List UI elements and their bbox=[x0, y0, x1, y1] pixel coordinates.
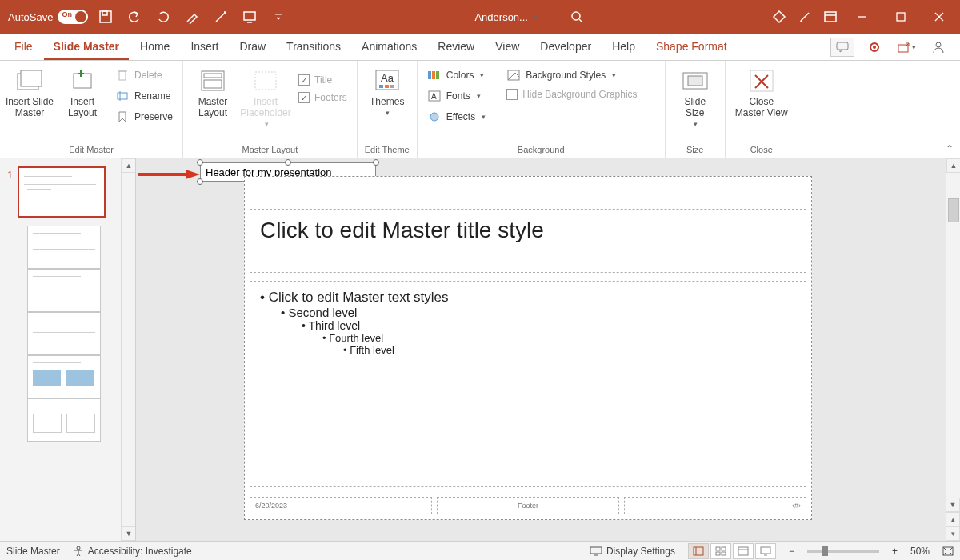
tab-shape-format[interactable]: Shape Format bbox=[646, 35, 737, 60]
svg-rect-13 bbox=[118, 93, 127, 99]
qat-customize-icon[interactable] bbox=[267, 6, 290, 28]
slide-canvas-area[interactable]: Header for my presentation Click to edit… bbox=[136, 158, 946, 541]
effects-button[interactable]: Effects▾ bbox=[422, 107, 490, 126]
save-icon[interactable] bbox=[94, 6, 117, 28]
maximize-button[interactable] bbox=[883, 0, 918, 34]
scroll-up-icon[interactable]: ▲ bbox=[946, 158, 960, 173]
tab-home[interactable]: Home bbox=[130, 35, 179, 60]
tab-file[interactable]: File bbox=[5, 35, 42, 60]
master-layout-button[interactable]: Master Layout bbox=[188, 64, 238, 118]
prev-slide-button[interactable]: ▴ bbox=[946, 512, 960, 526]
svg-point-33 bbox=[77, 546, 80, 550]
window-icon[interactable] bbox=[819, 6, 842, 28]
hide-bg-checkbox[interactable]: Hide Background Graphics bbox=[502, 86, 642, 102]
vertical-scrollbar[interactable]: ▲ ▼ ▴ ▾ bbox=[946, 158, 960, 541]
content-placeholder[interactable]: • Click to edit Master text styles • Sec… bbox=[250, 281, 806, 487]
date-placeholder[interactable]: 6/20/2023 bbox=[250, 497, 432, 514]
status-view[interactable]: Slide Master bbox=[6, 546, 60, 557]
next-slide-button[interactable]: ▾ bbox=[946, 526, 960, 541]
group-close: Close Master View Close bbox=[726, 61, 798, 158]
thumbnail-layout[interactable] bbox=[27, 398, 101, 442]
tab-view[interactable]: View bbox=[486, 35, 529, 60]
share-button[interactable]: ▾ bbox=[894, 38, 918, 57]
reading-view-button[interactable] bbox=[733, 543, 754, 559]
svg-rect-31 bbox=[688, 76, 702, 86]
close-button[interactable] bbox=[922, 0, 957, 34]
colors-button[interactable]: Colors▾ bbox=[422, 66, 490, 85]
fit-to-window-button[interactable] bbox=[942, 546, 954, 556]
brush-icon[interactable] bbox=[794, 6, 816, 28]
svg-rect-12 bbox=[119, 71, 126, 80]
diamond-icon[interactable] bbox=[768, 6, 790, 28]
tab-developer[interactable]: Developer bbox=[530, 35, 601, 60]
slide-master-canvas[interactable]: Click to edit Master title style • Click… bbox=[244, 176, 812, 520]
scroll-thumb[interactable] bbox=[948, 198, 959, 222]
fonts-button[interactable]: AFonts▾ bbox=[422, 86, 490, 106]
autosave-state: On bbox=[62, 10, 72, 18]
svg-rect-41 bbox=[761, 547, 770, 554]
checkbox-icon bbox=[506, 89, 518, 100]
minimize-button[interactable] bbox=[845, 0, 880, 34]
search-button[interactable] bbox=[570, 10, 583, 23]
tab-animations[interactable]: Animations bbox=[352, 35, 426, 60]
title-checkbox[interactable]: ✓Title bbox=[294, 72, 352, 88]
tab-review[interactable]: Review bbox=[428, 35, 484, 60]
preserve-button[interactable]: Preserve bbox=[110, 107, 178, 126]
zoom-in-button[interactable]: + bbox=[892, 546, 898, 557]
group-label-master-layout: Master Layout bbox=[188, 143, 352, 156]
tab-draw[interactable]: Draw bbox=[230, 35, 275, 60]
background-styles-button[interactable]: Background Styles▾ bbox=[502, 66, 642, 85]
redo-icon[interactable] bbox=[152, 6, 174, 28]
tab-insert[interactable]: Insert bbox=[181, 35, 228, 60]
thumbnail-layout[interactable] bbox=[27, 355, 101, 398]
thumb-scrollbar[interactable]: ▲ ▼ bbox=[121, 158, 135, 541]
scroll-up-icon[interactable]: ▲ bbox=[122, 158, 136, 173]
status-accessibility[interactable]: Accessibility: Investigate bbox=[73, 546, 192, 557]
fonts-icon: A bbox=[427, 89, 442, 103]
themes-button[interactable]: Aa Themes ▾ bbox=[362, 64, 412, 117]
sorter-view-button[interactable] bbox=[710, 543, 731, 559]
tab-transitions[interactable]: Transitions bbox=[277, 35, 350, 60]
tab-help[interactable]: Help bbox=[602, 35, 645, 60]
insert-layout-button[interactable]: Insert Layout bbox=[58, 64, 107, 118]
footers-checkbox[interactable]: ✓Footers bbox=[294, 90, 352, 106]
undo-icon[interactable] bbox=[123, 6, 146, 28]
collapse-ribbon-button[interactable]: ⌃ bbox=[946, 143, 954, 154]
title-placeholder[interactable]: Click to edit Master title style bbox=[250, 209, 806, 273]
group-label-edit-master: Edit Master bbox=[5, 143, 178, 156]
tab-slide-master[interactable]: Slide Master bbox=[44, 35, 129, 60]
footer-placeholder[interactable]: Footer bbox=[437, 497, 619, 514]
svg-rect-34 bbox=[590, 547, 602, 554]
zoom-out-button[interactable]: − bbox=[789, 546, 794, 557]
present-icon[interactable] bbox=[238, 6, 261, 28]
group-master-layout: Master Layout Insert Placeholder ▾ ✓Titl… bbox=[183, 61, 358, 158]
insert-slide-master-button[interactable]: Insert Slide Master bbox=[5, 64, 54, 118]
document-name[interactable]: Anderson... ▾ bbox=[474, 11, 538, 23]
record-button[interactable] bbox=[862, 38, 886, 57]
scroll-down-icon[interactable]: ▼ bbox=[122, 526, 136, 541]
qat-icon-1[interactable] bbox=[181, 6, 203, 28]
delete-button[interactable]: Delete bbox=[110, 66, 178, 85]
display-settings-button[interactable]: Display Settings bbox=[590, 546, 675, 557]
close-master-view-button[interactable]: Close Master View bbox=[730, 64, 793, 118]
rename-button[interactable]: Rename bbox=[110, 86, 178, 106]
thumbnail-master[interactable] bbox=[18, 166, 106, 218]
normal-view-button[interactable] bbox=[688, 543, 709, 559]
scroll-down-icon[interactable]: ▼ bbox=[946, 498, 960, 512]
autosave-toggle[interactable]: AutoSave On bbox=[8, 10, 88, 24]
thumbnail-layout[interactable] bbox=[27, 226, 101, 269]
slideshow-view-button[interactable] bbox=[755, 543, 776, 559]
comments-button[interactable] bbox=[830, 38, 854, 57]
qat-icon-2[interactable] bbox=[210, 6, 232, 28]
insert-placeholder-button[interactable]: Insert Placeholder ▾ bbox=[241, 64, 290, 128]
account-icon[interactable] bbox=[926, 38, 950, 57]
svg-rect-10 bbox=[21, 70, 42, 86]
slide-size-button[interactable]: Slide Size ▾ bbox=[670, 64, 720, 128]
zoom-level[interactable]: 50% bbox=[910, 546, 930, 557]
thumbnail-layout[interactable] bbox=[27, 312, 101, 355]
thumbnail-layout[interactable] bbox=[27, 269, 101, 312]
svg-rect-25 bbox=[436, 71, 439, 79]
rename-icon bbox=[115, 89, 130, 103]
slide-number-placeholder[interactable]: ‹#› bbox=[624, 497, 806, 514]
zoom-slider[interactable] bbox=[807, 550, 879, 553]
